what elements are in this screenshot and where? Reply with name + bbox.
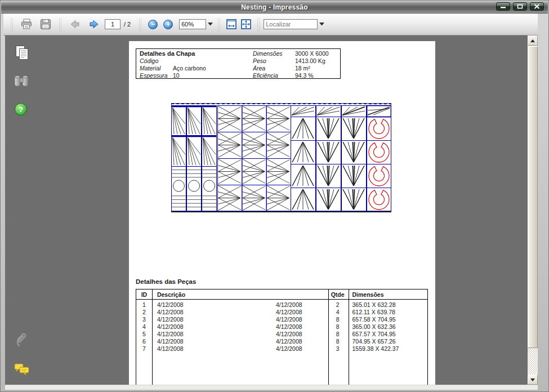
cell-description-end: 4/12/2008	[276, 309, 302, 316]
cell-description: 4/12/20084/12/2008	[152, 316, 328, 323]
toolbar-grip	[257, 17, 260, 31]
cell-description-end: 4/12/2008	[276, 338, 302, 345]
cell-description-start: 4/12/2008	[157, 338, 184, 345]
binoculars-icon	[13, 74, 30, 88]
table-row: 54/12/20084/12/20088657.57 X 704.95	[136, 331, 427, 338]
arrow-left-icon	[69, 19, 81, 29]
print-button[interactable]	[19, 17, 34, 32]
field-value: 18 m²	[295, 65, 310, 72]
print-page: Detalhes da Chapa Código MaterialAço car…	[129, 41, 435, 385]
page-number-input[interactable]	[105, 19, 120, 29]
cell-description-end: 4/12/2008	[276, 316, 302, 323]
cell-id: 4	[136, 323, 152, 331]
field-label: Dimensões	[253, 50, 295, 57]
cell-qty: 2	[328, 301, 348, 309]
field-label: Material	[140, 65, 173, 72]
cell-id: 5	[136, 331, 152, 338]
pages-icon	[15, 45, 30, 61]
toolbar: / 2 − +	[3, 14, 538, 35]
fit-page-button[interactable]	[241, 19, 251, 29]
toolbar-grip	[10, 17, 14, 31]
chevron-down-icon	[319, 23, 324, 26]
previous-page-button[interactable]	[68, 17, 82, 32]
parts-table-title: Detalhes das Peças	[136, 278, 196, 285]
next-page-button[interactable]	[87, 17, 101, 32]
field-value: 10	[173, 72, 180, 79]
table-row: 34/12/20084/12/20088657.58 X 704.95	[136, 316, 427, 323]
cell-description: 4/12/20084/12/2008	[152, 301, 328, 309]
scroll-up-button[interactable]	[528, 35, 538, 46]
cell-dims: 365.00 X 632.36	[348, 323, 427, 331]
help-button[interactable]: ?	[14, 103, 28, 118]
cell-description: 4/12/20084/12/2008	[152, 345, 328, 353]
cell-description-end: 4/12/2008	[276, 323, 302, 331]
application-window: Nesting - Impressão	[0, 0, 549, 392]
column-header-id: ID	[136, 289, 152, 299]
save-icon	[40, 19, 51, 30]
scrollbar-thumb[interactable]	[528, 46, 538, 348]
cell-description: 4/12/20084/12/2008	[152, 331, 328, 338]
page-thumbnails-button[interactable]	[15, 45, 30, 63]
toolbar-grip	[59, 17, 62, 31]
cell-qty: 4	[328, 309, 348, 316]
table-row: 44/12/20084/12/20088365.00 X 632.36	[136, 323, 427, 331]
search-dropdown-arrow[interactable]	[318, 19, 325, 29]
maximize-button[interactable]	[513, 2, 527, 11]
comments-button[interactable]	[14, 363, 30, 378]
cell-qty: 3	[328, 345, 348, 353]
field-label: Peso	[253, 57, 295, 65]
toolbar-grip	[217, 17, 221, 31]
scroll-down-button[interactable]	[528, 375, 538, 385]
fit-page-icon	[242, 20, 250, 28]
help-icon: ?	[14, 103, 28, 116]
table-row: 24/12/20084/12/20084612.11 X 639.78	[136, 309, 427, 316]
find-button[interactable]	[13, 74, 30, 90]
zoom-level-input[interactable]	[179, 19, 206, 29]
cell-description: 4/12/20084/12/2008	[152, 309, 328, 316]
cell-description-end: 4/12/2008	[276, 345, 302, 353]
close-icon	[534, 4, 540, 9]
cell-id: 2	[136, 309, 152, 316]
cell-description-start: 4/12/2008	[157, 316, 184, 323]
field-label: Espessura	[140, 72, 173, 79]
window-bottom-edge	[5, 385, 538, 390]
cell-id: 1	[136, 301, 152, 309]
cell-dims: 657.57 X 704.95	[348, 331, 427, 338]
svg-text:?: ?	[19, 105, 23, 114]
arrow-right-icon	[88, 19, 100, 29]
field-label: Área	[253, 65, 295, 72]
cell-description: 4/12/20084/12/2008	[152, 323, 328, 331]
zoom-in-button[interactable]: +	[163, 20, 173, 29]
minimize-button[interactable]	[496, 2, 510, 11]
search-input[interactable]	[264, 19, 318, 29]
fit-width-button[interactable]	[226, 19, 236, 29]
cell-description-end: 4/12/2008	[276, 331, 302, 338]
title-bar: Nesting - Impressão	[1, 1, 548, 14]
preview-area: ? Detalhes da Chapa	[5, 35, 528, 385]
cell-description-end: 4/12/2008	[276, 301, 302, 309]
chevron-down-icon	[208, 23, 213, 26]
cell-qty: 8	[328, 338, 348, 345]
field-label: Código	[140, 57, 173, 65]
field-value: Aço carbono	[173, 65, 206, 72]
table-row: 64/12/20084/12/20088704.95 X 657.26	[136, 338, 427, 345]
cell-qty: 8	[328, 323, 348, 331]
zoom-dropdown-arrow[interactable]	[206, 19, 214, 29]
cell-id: 3	[136, 316, 152, 323]
attachments-button[interactable]	[15, 333, 29, 351]
close-button[interactable]	[530, 2, 544, 11]
cell-dims: 612.11 X 639.78	[348, 309, 427, 316]
cell-description-start: 4/12/2008	[157, 331, 184, 337]
column-header-qty: Qtde	[328, 289, 348, 299]
cell-id: 7	[136, 345, 152, 353]
cell-description-start: 4/12/2008	[157, 309, 184, 315]
page-total-label: / 2	[124, 21, 131, 28]
cell-dims: 704.95 X 657.26	[348, 338, 427, 345]
triangle-down-icon	[530, 378, 535, 381]
vertical-scrollbar[interactable]	[528, 35, 538, 385]
cell-id: 6	[136, 338, 152, 345]
cell-dims: 365.01 X 632.28	[348, 301, 427, 309]
cell-qty: 8	[328, 331, 348, 338]
save-button[interactable]	[38, 17, 53, 32]
zoom-out-button[interactable]: −	[148, 20, 158, 29]
